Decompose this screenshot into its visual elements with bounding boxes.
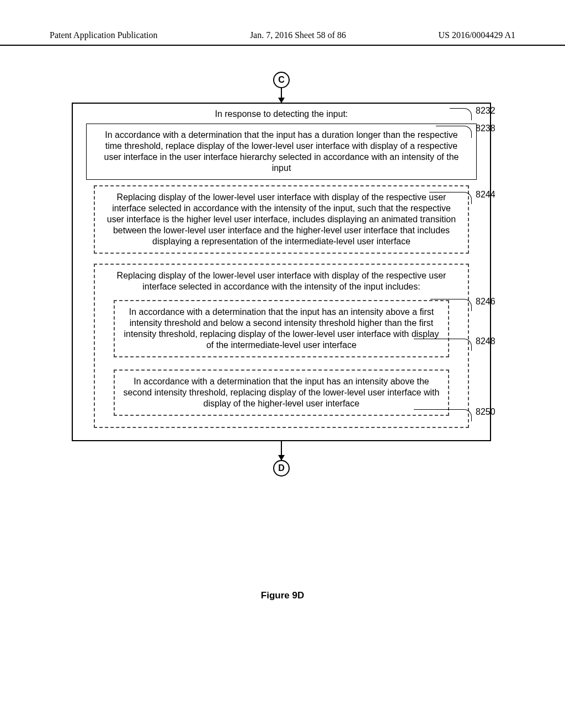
box-8248: In accordance with a determination that … — [114, 300, 450, 357]
ref-8232: 8232 — [476, 106, 495, 116]
box-8232: In response to detecting the input: In a… — [72, 103, 491, 441]
leader-8250 — [414, 409, 472, 421]
box-8232-title: In response to detecting the input: — [86, 109, 477, 119]
box-8244: Replacing display of the lower-level use… — [94, 185, 469, 254]
ref-8238: 8238 — [476, 124, 495, 133]
arrow-down-icon — [281, 88, 282, 103]
connector-d: D — [273, 460, 290, 477]
box-8248-text: In accordance with a determination that … — [124, 307, 439, 350]
header-center: Jan. 7, 2016 Sheet 58 of 86 — [250, 30, 346, 40]
ref-8246: 8246 — [476, 297, 495, 307]
leader-8244 — [429, 192, 472, 204]
ref-8248: 8248 — [476, 336, 495, 346]
leader-8238 — [436, 126, 472, 138]
box-8246: Replacing display of the lower-level use… — [94, 264, 469, 428]
header-right: US 2016/0004429 A1 — [438, 30, 515, 40]
connector-c: C — [273, 72, 290, 88]
header-left: Patent Application Publication — [50, 30, 158, 40]
box-8246-title: Replacing display of the lower-level use… — [103, 270, 460, 292]
box-8244-text: Replacing display of the lower-level use… — [107, 192, 456, 246]
figure-label: Figure 9D — [0, 590, 565, 601]
page-header: Patent Application Publication Jan. 7, 2… — [0, 30, 565, 46]
leader-8246 — [430, 299, 472, 311]
ref-8250: 8250 — [476, 407, 495, 417]
box-8250: In accordance with a determination that … — [114, 370, 450, 416]
box-8238: In accordance with a determination that … — [86, 124, 477, 180]
box-8250-text: In accordance with a determination that … — [124, 377, 440, 408]
ref-8244: 8244 — [476, 190, 495, 200]
leader-8232 — [450, 108, 472, 120]
box-8238-text: In accordance with a determination that … — [104, 130, 459, 173]
leader-8248 — [414, 339, 472, 351]
arrow-down-icon — [281, 441, 282, 460]
flowchart: C In response to detecting the input: In… — [72, 72, 491, 477]
